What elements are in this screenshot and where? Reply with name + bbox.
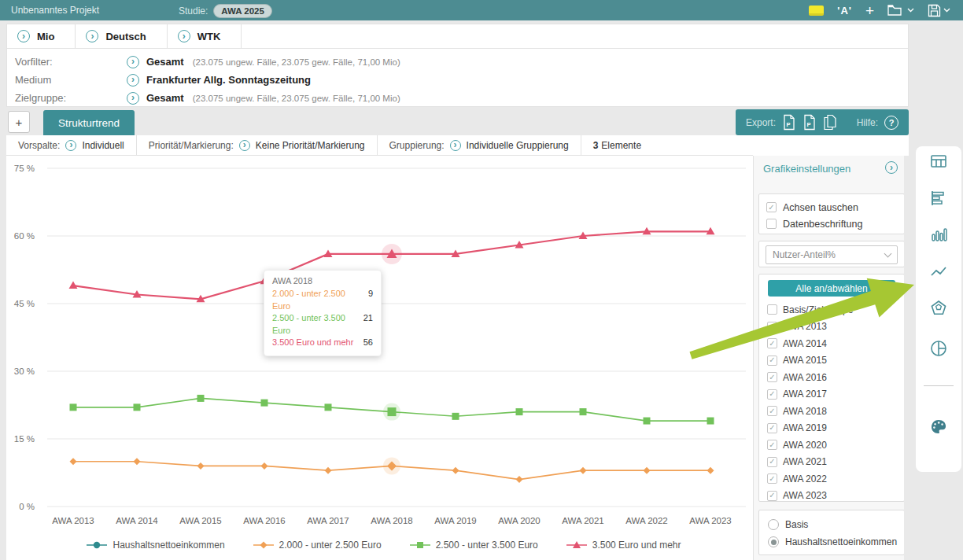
data-point[interactable] bbox=[134, 458, 141, 465]
data-point[interactable] bbox=[70, 403, 77, 411]
checkbox-icon[interactable] bbox=[767, 322, 777, 332]
year-checkbox-row[interactable]: AWA 2021 bbox=[767, 454, 904, 471]
checkbox-icon[interactable] bbox=[767, 457, 777, 467]
legend-item[interactable]: 3.500 Euro und mehr bbox=[566, 540, 681, 551]
year-checkbox-row[interactable]: AWA 2018 bbox=[767, 403, 904, 420]
palette-icon[interactable] bbox=[929, 418, 948, 437]
chart-region[interactable]: 0 %15 %30 %45 %60 %75 %AWA 2013AWA 2014A… bbox=[6, 156, 753, 560]
legend-item[interactable]: Haushaltsnettoeinkommen bbox=[87, 540, 224, 551]
table-icon[interactable] bbox=[929, 152, 948, 171]
help-icon[interactable] bbox=[884, 116, 898, 130]
metric-select-box: Nutzer-Anteil% bbox=[758, 241, 905, 267]
control-priorittmarkierung[interactable]: Priorität/Markierung:Keine Priorität/Mar… bbox=[137, 135, 378, 155]
text-size-icon[interactable]: 'A' bbox=[837, 5, 852, 17]
export-copy-icon[interactable] bbox=[823, 114, 837, 131]
tab-strukturtrend[interactable]: Strukturtrend bbox=[43, 110, 135, 135]
option-checkbox-row[interactable]: Datenbeschriftung bbox=[766, 216, 897, 232]
settings-scrollbar[interactable] bbox=[904, 156, 909, 560]
checkbox-icon[interactable] bbox=[767, 389, 777, 400]
data-point[interactable] bbox=[261, 462, 268, 470]
y-axis-tick: 0 % bbox=[19, 502, 35, 511]
notes-icon[interactable] bbox=[809, 6, 824, 16]
filter-value[interactable]: Frankfurter Allg. Sonntagszeitung bbox=[127, 74, 319, 87]
checkbox-icon[interactable] bbox=[766, 202, 777, 212]
data-point[interactable] bbox=[134, 403, 141, 411]
data-point[interactable] bbox=[197, 395, 205, 402]
year-checkbox-row[interactable]: AWA 2023 bbox=[767, 488, 904, 505]
new-item-icon[interactable]: + bbox=[865, 3, 874, 18]
expand-chevron-icon[interactable] bbox=[127, 74, 139, 87]
control-vorspalte[interactable]: Vorspalte:Individuell bbox=[6, 135, 137, 155]
data-point[interactable] bbox=[69, 282, 78, 289]
radio-icon[interactable] bbox=[768, 536, 779, 547]
checkbox-icon[interactable] bbox=[767, 423, 777, 433]
chart-series-line[interactable] bbox=[73, 231, 710, 299]
data-point[interactable] bbox=[325, 403, 332, 411]
expand-chevron-icon[interactable] bbox=[127, 56, 139, 68]
checkbox-icon[interactable] bbox=[767, 473, 777, 484]
export-pdf-icon[interactable]: P bbox=[782, 114, 796, 131]
filter-value[interactable]: Gesamt (23.075 ungew. Fälle, 23.075 gew.… bbox=[127, 56, 400, 68]
data-point[interactable] bbox=[644, 467, 651, 474]
year-checkbox-row[interactable]: AWA 2016 bbox=[767, 369, 904, 386]
trend-line-chart[interactable]: 0 %15 %30 %45 %60 %75 %AWA 2013AWA 2014A… bbox=[6, 156, 753, 560]
legend-item[interactable]: 2.500 - unter 3.500 Euro bbox=[410, 540, 538, 551]
radio-row[interactable]: Haushaltsnettoeinkommen bbox=[768, 533, 895, 551]
year-checkbox-row[interactable]: AWA 2022 bbox=[767, 470, 904, 488]
add-view-button[interactable]: + bbox=[8, 111, 30, 133]
checkbox-icon[interactable] bbox=[767, 491, 777, 501]
year-checkbox-row[interactable]: AWA 2017 bbox=[767, 386, 904, 403]
study-badge[interactable]: AWA 2025 bbox=[213, 4, 272, 18]
data-point[interactable] bbox=[580, 408, 587, 415]
year-checkbox-row[interactable]: AWA 2014 bbox=[767, 335, 904, 352]
export-ppt-icon[interactable]: P bbox=[802, 114, 817, 131]
checkbox-icon[interactable] bbox=[766, 219, 777, 229]
checkbox-icon[interactable] bbox=[767, 304, 777, 315]
filter-tab-mio[interactable]: Mio bbox=[7, 24, 76, 48]
year-checkbox-row[interactable]: Basis/Zielgruppe bbox=[767, 301, 904, 319]
save-icon bbox=[928, 4, 941, 17]
select-all-button[interactable]: Alle an/abwählen bbox=[768, 280, 895, 297]
data-point[interactable] bbox=[707, 467, 714, 474]
metric-select[interactable]: Nutzer-Anteil% bbox=[766, 245, 898, 264]
expand-chevron-icon[interactable] bbox=[127, 92, 139, 105]
data-point[interactable] bbox=[516, 408, 523, 415]
filter-tab-deutsch[interactable]: Deutsch bbox=[76, 24, 167, 48]
filter-value[interactable]: Gesamt (23.075 ungew. Fälle, 23.075 gew.… bbox=[127, 92, 400, 105]
filter-tab-wtk[interactable]: WTK bbox=[168, 24, 242, 48]
x-axis-tick: AWA 2018 bbox=[371, 516, 413, 525]
data-point[interactable] bbox=[707, 418, 714, 425]
collapse-panel-icon[interactable] bbox=[885, 161, 898, 174]
data-point[interactable] bbox=[580, 467, 587, 474]
radio-row[interactable]: Basis bbox=[768, 516, 895, 533]
checkbox-icon[interactable] bbox=[767, 338, 777, 348]
data-point[interactable] bbox=[388, 407, 397, 416]
control-gruppierung[interactable]: Gruppierung:Individuelle Gruppierung bbox=[378, 135, 581, 155]
line-chart-icon[interactable] bbox=[929, 263, 948, 282]
data-point[interactable] bbox=[70, 458, 77, 465]
year-checkbox-row[interactable]: AWA 2013 bbox=[767, 319, 904, 336]
checkbox-icon[interactable] bbox=[767, 440, 777, 450]
bar-chart-horizontal-icon[interactable] bbox=[929, 189, 948, 208]
data-point[interactable] bbox=[516, 476, 523, 483]
data-point[interactable] bbox=[452, 413, 459, 420]
data-point[interactable] bbox=[644, 418, 651, 425]
legend-item[interactable]: 2.000 - unter 2.500 Euro bbox=[253, 540, 382, 551]
data-point[interactable] bbox=[452, 467, 459, 474]
checkbox-icon[interactable] bbox=[767, 356, 777, 366]
data-point[interactable] bbox=[261, 400, 268, 407]
data-point[interactable] bbox=[325, 467, 332, 474]
option-checkbox-row[interactable]: Achsen tauschen bbox=[766, 199, 897, 216]
bar-chart-vertical-icon[interactable] bbox=[929, 225, 948, 244]
data-point[interactable] bbox=[197, 462, 205, 470]
pie-chart-icon[interactable] bbox=[929, 339, 948, 358]
save-menu[interactable] bbox=[928, 4, 950, 17]
checkbox-icon[interactable] bbox=[767, 372, 777, 382]
radar-chart-icon[interactable] bbox=[929, 299, 948, 318]
radio-icon[interactable] bbox=[768, 519, 779, 530]
year-checkbox-row[interactable]: AWA 2019 bbox=[767, 420, 904, 437]
year-checkbox-row[interactable]: AWA 2015 bbox=[767, 352, 904, 370]
checkbox-icon[interactable] bbox=[767, 406, 777, 416]
open-folder-menu[interactable] bbox=[887, 4, 914, 17]
year-checkbox-row[interactable]: AWA 2020 bbox=[767, 437, 904, 454]
